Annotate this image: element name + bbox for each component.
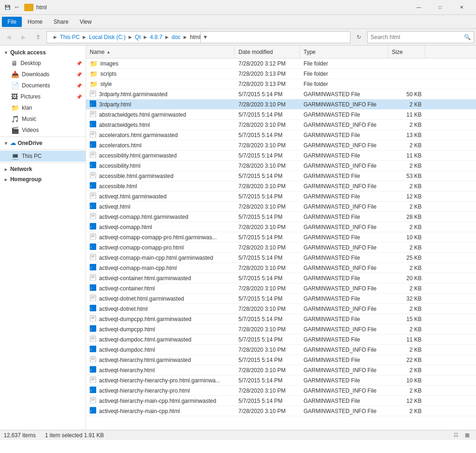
table-row[interactable]: i activeqt-dotnet.html 7/28/2020 3:10 PM…: [86, 304, 476, 314]
table-row[interactable]: activeqt-dotnet.html.garminwasted 5/7/20…: [86, 294, 476, 304]
table-row[interactable]: activeqt.html.garminwasted 5/7/2015 5:14…: [86, 191, 476, 202]
file-date: 5/7/2015 5:14 PM: [235, 255, 300, 261]
table-row[interactable]: activeqt-comapp.html.garminwasted 5/7/20…: [86, 212, 476, 222]
sidebar-item-documents[interactable]: 📄 Documents 📌: [0, 80, 86, 91]
table-row[interactable]: accessible.html.garminwasted 5/7/2015 5:…: [86, 171, 476, 181]
minimize-button[interactable]: —: [408, 0, 430, 15]
table-row[interactable]: activeqt-hierarchy-main-cpp.html.garminw…: [86, 396, 476, 406]
col-size-header[interactable]: Size: [388, 46, 425, 58]
menu-share[interactable]: Share: [48, 17, 74, 27]
file-date: 7/28/2020 3:10 PM: [235, 122, 300, 128]
table-row[interactable]: activeqt-dumpdoc.html.garminwasted 5/7/2…: [86, 335, 476, 345]
folder-icon: 📁: [90, 70, 98, 78]
sidebar-item-klan[interactable]: 📁 klan: [0, 102, 86, 113]
svg-text:i: i: [91, 409, 92, 413]
table-row[interactable]: 📁 style 7/28/2020 3:13 PM File folder: [86, 79, 476, 89]
table-row[interactable]: i 3rdparty.html 7/28/2020 3:10 PM GARMIN…: [86, 99, 476, 110]
large-icons-button[interactable]: ▦: [462, 431, 472, 440]
menu-home[interactable]: Home: [22, 17, 48, 27]
table-row[interactable]: activeqt-dumpcpp.html.garminwasted 5/7/2…: [86, 314, 476, 324]
pin-icon-pictures: 📌: [76, 94, 82, 99]
sidebar-downloads-label: Downloads: [22, 71, 49, 78]
undo-icon[interactable]: ↩: [13, 4, 20, 11]
file-name: activeqt-container.html.garminwasted: [86, 274, 235, 282]
table-row[interactable]: i activeqt-comapp.html 7/28/2020 3:10 PM…: [86, 222, 476, 232]
table-row[interactable]: i accessibility.html 7/28/2020 3:10 PM G…: [86, 161, 476, 171]
file-name: i activeqt.html: [86, 203, 235, 210]
desktop-icon: 🖥: [11, 59, 18, 67]
sidebar-item-music[interactable]: 🎵 Music: [0, 113, 86, 125]
sidebar-item-downloads[interactable]: 📥 Downloads 📌: [0, 69, 86, 80]
svg-text:i: i: [91, 225, 92, 229]
folder-title-icon: [24, 4, 33, 11]
table-row[interactable]: activeqt-hierarchy-hierarchy-pro.html.ga…: [86, 375, 476, 386]
col-name-header[interactable]: Name ▲: [86, 46, 235, 58]
breadcrumb-qt[interactable]: Qt: [135, 34, 141, 40]
quick-access-header[interactable]: ▼ Quick access: [0, 47, 86, 58]
breadcrumb-dropdown[interactable]: ▼: [200, 31, 210, 43]
file-name: activeqt-hierarchy-hierarchy-pro.html.ga…: [86, 376, 235, 384]
breadcrumb-this-pc[interactable]: This PC: [60, 34, 80, 40]
table-row[interactable]: i accelerators.html 7/28/2020 3:10 PM GA…: [86, 140, 476, 151]
homegroup-header[interactable]: ► Homegroup: [0, 174, 86, 184]
menu-view[interactable]: View: [74, 17, 97, 27]
col-date-header[interactable]: Date modified: [235, 46, 300, 58]
forward-button[interactable]: ▶: [17, 31, 30, 44]
sidebar-item-this-pc[interactable]: 💻 This PC: [0, 151, 86, 162]
file-size: 2 KB: [388, 142, 425, 149]
table-row[interactable]: activeqt-container.html.garminwasted 5/7…: [86, 273, 476, 283]
table-row[interactable]: i activeqt-hierarchy.html 7/28/2020 3:10…: [86, 365, 476, 375]
sidebar-item-desktop[interactable]: 🖥 Desktop 📌: [0, 58, 86, 69]
table-row[interactable]: i activeqt.html 7/28/2020 3:10 PM GARMIN…: [86, 202, 476, 212]
file-date: 7/28/2020 3:10 PM: [235, 163, 300, 169]
table-row[interactable]: 3rdparty.html.garminwasted 5/7/2015 5:14…: [86, 89, 476, 99]
klan-folder-icon: 📁: [11, 104, 19, 112]
breadcrumb-doc[interactable]: doc: [172, 34, 180, 40]
table-row[interactable]: 📁 images 7/28/2020 3:12 PM File folder: [86, 59, 476, 69]
col-type-header[interactable]: Type: [300, 46, 388, 58]
file-name: i accessible.html: [86, 182, 235, 190]
sidebar-item-videos[interactable]: 🎬 Videos: [0, 125, 86, 136]
sidebar-documents-label: Documents: [22, 82, 50, 89]
network-header[interactable]: ► Network: [0, 164, 86, 174]
file-name: activeqt-dumpcpp.html.garminwasted: [86, 315, 235, 323]
table-row[interactable]: i activeqt-dumpcpp.html 7/28/2020 3:10 P…: [86, 324, 476, 335]
file-type: GARMINWASTED_INFO File: [300, 326, 388, 333]
table-row[interactable]: i activeqt-container.html 7/28/2020 3:10…: [86, 283, 476, 294]
table-row[interactable]: i abstractwidgets.html 7/28/2020 3:10 PM…: [86, 120, 476, 130]
table-row[interactable]: i activeqt-dumpdoc.html 7/28/2020 3:10 P…: [86, 345, 476, 355]
table-row[interactable]: 📁 scripts 7/28/2020 3:13 PM File folder: [86, 69, 476, 79]
refresh-button[interactable]: ↻: [352, 31, 365, 44]
file-size: 2 KB: [388, 387, 425, 394]
sidebar-item-pictures[interactable]: 🖼 Pictures 📌: [0, 91, 86, 102]
table-row[interactable]: activeqt-hierarchy.html.garminwasted 5/7…: [86, 355, 476, 365]
table-row[interactable]: accessibility.html.garminwasted 5/7/2015…: [86, 151, 476, 161]
maximize-button[interactable]: □: [430, 0, 451, 15]
back-button[interactable]: ◀: [2, 31, 15, 44]
file-list[interactable]: 📁 images 7/28/2020 3:12 PM File folder 📁…: [86, 59, 476, 430]
table-row[interactable]: accelerators.html.garminwasted 5/7/2015 …: [86, 130, 476, 140]
table-row[interactable]: i activeqt-comapp-comapp-pro.html 7/28/2…: [86, 243, 476, 253]
breadcrumb-version[interactable]: 4.8.7: [150, 34, 163, 40]
sidebar-divider-3: [0, 163, 86, 163]
search-input[interactable]: [370, 34, 464, 40]
table-row[interactable]: i activeqt-hierarchy-main-cpp.html 7/28/…: [86, 406, 476, 416]
search-box[interactable]: 🔍: [367, 31, 474, 43]
table-row[interactable]: i activeqt-comapp-main-cpp.html 7/28/202…: [86, 263, 476, 273]
table-row[interactable]: activeqt-comapp-comapp-pro.html.garminwa…: [86, 232, 476, 243]
table-row[interactable]: i activeqt-hierarchy-hierarchy-pro.html …: [86, 386, 476, 396]
table-row[interactable]: i accessible.html 7/28/2020 3:10 PM GARM…: [86, 181, 476, 191]
file-date: 5/7/2015 5:14 PM: [235, 112, 300, 118]
file-name: i accelerators.html: [86, 141, 235, 149]
details-view-button[interactable]: ☷: [451, 431, 461, 440]
table-row[interactable]: activeqt-comapp-main-cpp.html.garminwast…: [86, 253, 476, 263]
menu-file[interactable]: File: [2, 17, 22, 27]
onedrive-header[interactable]: ▼ ☁ OneDrive: [0, 138, 86, 148]
up-button[interactable]: ⇧: [32, 31, 45, 44]
save-icon[interactable]: 💾: [4, 4, 11, 11]
file-name: i activeqt-comapp-main-cpp.html: [86, 264, 235, 272]
close-button[interactable]: ✕: [451, 0, 472, 15]
breadcrumb-local-disk[interactable]: Local Disk (C:): [89, 34, 126, 40]
table-row[interactable]: abstractwidgets.html.garminwasted 5/7/20…: [86, 110, 476, 120]
breadcrumb[interactable]: ► This PC ► Local Disk (C:) ► Qt ► 4.8.7…: [46, 31, 350, 43]
